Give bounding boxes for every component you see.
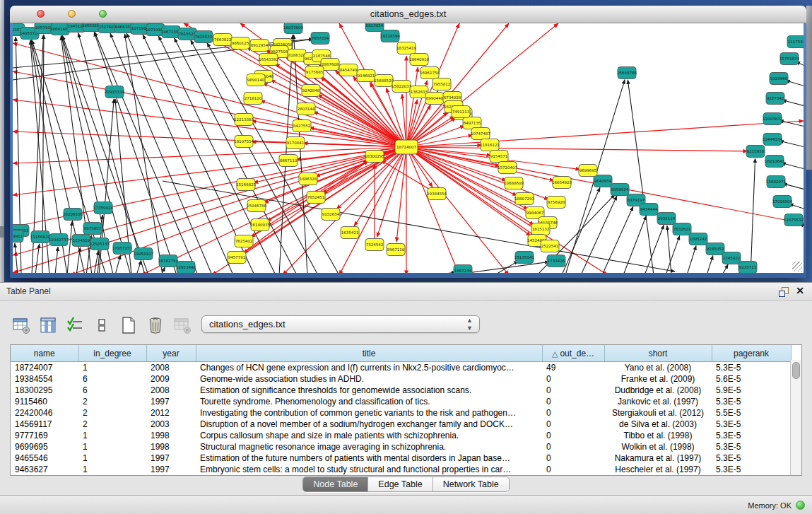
cell-pagerank[interactable]: 5.3E-5 <box>712 396 791 407</box>
graph-node[interactable]: 6497135 <box>463 117 481 129</box>
table-panel-header[interactable]: Table Panel ✕ <box>0 282 812 301</box>
tab-edge-table[interactable]: Edge Table <box>368 477 433 491</box>
cell-title[interactable]: Embryonic stem cells: a model to study s… <box>196 464 542 475</box>
graph-node[interactable]: 15135141 <box>514 252 534 264</box>
graph-node[interactable]: 12093832 <box>763 113 782 125</box>
graph-node[interactable]: 1635421 <box>341 227 359 239</box>
cell-name[interactable]: 14569117 <box>11 419 78 430</box>
cell-year[interactable]: 2008 <box>146 362 196 374</box>
cell-in_degree[interactable]: 6 <box>78 385 146 396</box>
table-scrollbar-thumb[interactable] <box>792 362 800 379</box>
graph-node[interactable]: 11675532 <box>784 214 804 226</box>
graph-node[interactable]: 12342737 <box>49 234 69 246</box>
graph-node[interactable]: 9170041 <box>286 137 305 149</box>
column-edit-icon[interactable] <box>38 315 58 335</box>
graph-node[interactable]: 7852451 <box>307 192 325 204</box>
cell-short[interactable]: Hescheler et al. (1997) <box>604 464 712 475</box>
graph-node[interactable]: 8912954 <box>250 40 269 52</box>
cell-title[interactable]: Estimation of the future numbers of pati… <box>196 452 542 464</box>
select-all-icon[interactable] <box>65 315 85 335</box>
cell-in_degree[interactable]: 1 <box>78 452 146 464</box>
graph-node[interactable]: 16961758 <box>420 67 440 79</box>
graph-node[interactable]: 18107554 <box>234 136 254 148</box>
column-header-name[interactable]: name <box>11 345 78 362</box>
delete-trash-icon[interactable] <box>146 315 165 335</box>
cell-year[interactable]: 1997 <box>146 396 196 407</box>
cell-year[interactable]: 1997 <box>146 464 196 475</box>
cell-name[interactable]: 18300295 <box>11 385 78 396</box>
cell-short[interactable]: Jankovic et al. (1997) <box>604 396 712 407</box>
graph-node[interactable]: 20206556 <box>63 209 83 221</box>
cell-pagerank[interactable]: 5.9E-5 <box>712 385 791 396</box>
column-header-out_de[interactable]: △out_de… <box>542 345 604 362</box>
graph-node[interactable]: 7632621 <box>673 223 691 235</box>
graph-node[interactable]: 18300295 <box>365 151 384 163</box>
cell-out_de[interactable]: 0 <box>542 373 604 385</box>
cell-short[interactable]: Stergiakouli et al. (2012) <box>604 407 712 419</box>
column-header-year[interactable]: year <box>146 345 196 362</box>
graph-node[interactable]: 8867110 <box>279 155 298 167</box>
zoom-window-icon[interactable] <box>99 10 107 18</box>
graph-node[interactable]: 7615526 <box>178 28 196 40</box>
cell-title[interactable]: Structural magnetic resonance image aver… <box>196 441 542 452</box>
cell-year[interactable]: 1998 <box>146 441 196 452</box>
cell-pagerank[interactable]: 5.3E-5 <box>712 430 791 441</box>
cell-out_de[interactable]: 0 <box>542 407 604 419</box>
graph-node[interactable]: 8813054 <box>365 23 384 32</box>
window-titlebar[interactable]: citations_edges.txt <box>10 6 806 23</box>
graph-node[interactable]: 8958924 <box>611 184 629 196</box>
delete-table-icon[interactable] <box>172 315 192 335</box>
graph-node[interactable]: 8235711 <box>739 262 757 274</box>
cell-title[interactable]: Disruption of a novel member of a sodium… <box>196 419 542 430</box>
graph-node[interactable]: 15046788 <box>247 200 266 212</box>
cell-pagerank[interactable]: 5.3E-5 <box>712 464 791 475</box>
cell-title[interactable]: Changes of HCN gene expression and I(f) … <box>196 362 542 374</box>
graph-node[interactable]: 7815523 <box>194 31 213 43</box>
cell-title[interactable]: Tourette syndrome. Phenomenology and cla… <box>196 396 542 407</box>
column-header-in_degree[interactable]: in_degree <box>78 345 146 362</box>
graph-node[interactable]: 15822037 <box>392 81 411 93</box>
graph-node[interactable]: 16140935 <box>250 219 270 231</box>
cell-name[interactable]: 22420046 <box>11 407 78 419</box>
graph-node[interactable]: 9227342 <box>766 93 784 105</box>
cell-pagerank[interactable]: 5.3E-5 <box>712 362 791 374</box>
cell-pagerank[interactable]: 5.5E-5 <box>712 407 791 419</box>
graph-node[interactable]: 7857224 <box>311 33 329 45</box>
graph-node[interactable]: 11156829 <box>30 231 50 243</box>
graph-node[interactable]: 1886328 <box>299 173 317 185</box>
graph-node[interactable]: 3919911 <box>13 230 23 243</box>
graph-node[interactable]: 20915334 <box>105 86 124 98</box>
close-window-icon[interactable] <box>37 10 45 18</box>
cell-out_de[interactable]: 0 <box>542 452 604 464</box>
graph-node[interactable]: 15166825 <box>236 179 256 191</box>
cell-short[interactable]: de Silva et al. (2003) <box>604 419 712 430</box>
cell-in_degree[interactable]: 2 <box>78 419 146 430</box>
graph-node[interactable]: 12444134 <box>763 134 782 146</box>
graph-node[interactable]: 17016504 <box>772 196 792 208</box>
graph-node[interactable]: 10688609 <box>504 177 524 189</box>
graph-node[interactable]: 9457791 <box>228 252 246 264</box>
graph-node[interactable]: 1733426 <box>547 255 565 267</box>
graph-node[interactable]: 9152654 <box>322 209 340 221</box>
graph-node[interactable]: 1117534 <box>787 36 804 48</box>
graph-node[interactable]: 1154519 <box>72 235 90 247</box>
resize-grip-icon[interactable] <box>792 262 802 271</box>
graph-node[interactable]: 8215958 <box>746 146 765 158</box>
table-source-select[interactable]: citations_edges.txt ▲▼ <box>201 315 480 333</box>
graph-node[interactable]: 9245052 <box>706 243 724 255</box>
graph-node[interactable]: 15751874 <box>779 53 799 65</box>
graph-node[interactable]: 18724007 <box>395 140 418 154</box>
cell-name[interactable]: 19384554 <box>11 373 78 385</box>
graph-node[interactable]: 16648784 <box>617 67 637 79</box>
cell-short[interactable]: Yano et al. (2008) <box>604 362 712 374</box>
cell-year[interactable]: 2012 <box>146 407 196 419</box>
row-height-icon[interactable] <box>92 315 112 335</box>
cell-name[interactable]: 18724007 <box>11 362 78 374</box>
graph-node[interactable]: 9242848 <box>302 85 320 97</box>
graph-node[interactable]: 19218596 <box>380 30 400 42</box>
cell-pagerank[interactable]: 5.6E-5 <box>712 373 791 385</box>
cell-year[interactable]: 2003 <box>146 419 196 430</box>
cell-pagerank[interactable]: 5.3E-5 <box>712 419 791 430</box>
graph-node[interactable]: 12213383 <box>234 114 254 126</box>
cell-year[interactable]: 2008 <box>146 385 196 396</box>
